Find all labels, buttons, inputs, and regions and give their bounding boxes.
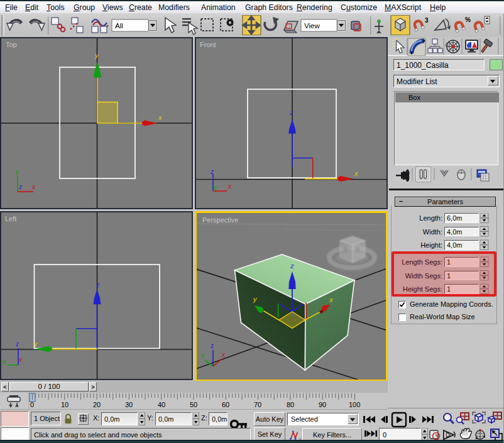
svg-text:x: x — [227, 183, 232, 190]
svg-text:Front: Front — [200, 41, 216, 48]
svg-text:Perspective: Perspective — [202, 216, 238, 224]
svg-text:All: All — [115, 22, 123, 30]
svg-text:y: y — [94, 52, 99, 59]
svg-text:View: View — [304, 22, 320, 30]
svg-text:z: z — [96, 281, 100, 288]
svg-text:z: z — [18, 183, 22, 190]
svg-text:z: z — [289, 109, 293, 116]
svg-text:x: x — [158, 114, 162, 121]
svg-text:x: x — [354, 170, 358, 177]
svg-text:%: % — [465, 16, 471, 23]
svg-text:y: y — [2, 358, 6, 365]
svg-text:y: y — [33, 340, 38, 347]
svg-text:x: x — [18, 356, 23, 363]
svg-text:Left: Left — [5, 215, 16, 222]
svg-text:z: z — [290, 262, 294, 270]
svg-text:z: z — [210, 168, 214, 175]
svg-text:x: x — [221, 351, 226, 358]
svg-text:y: y — [15, 168, 19, 175]
svg-text:z: z — [210, 342, 214, 349]
svg-text:3: 3 — [425, 17, 429, 24]
svg-text:y: y — [213, 184, 217, 191]
svg-text:Top: Top — [6, 41, 17, 48]
svg-text:z: z — [15, 341, 19, 347]
svg-text:y: y — [200, 352, 205, 359]
svg-text:x: x — [31, 183, 36, 190]
